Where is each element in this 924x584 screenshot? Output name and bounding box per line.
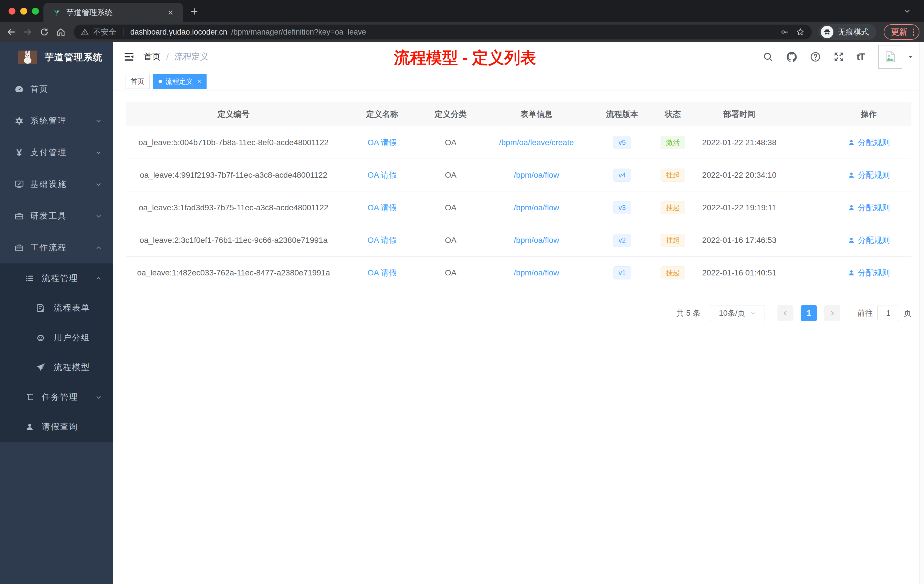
main-panel: 首页 / 流程定义 流程模型 - 定义列表 tT [113, 42, 924, 584]
warning-triangle-icon[interactable] [81, 28, 89, 36]
new-tab-button[interactable] [189, 6, 200, 16]
window-minimize-button[interactable] [20, 8, 27, 15]
tag-process-definition[interactable]: 流程定义 × [153, 74, 206, 89]
prev-page-button[interactable] [777, 305, 794, 321]
form-link[interactable]: /bpm/oa/flow [514, 236, 559, 245]
table-row: oa_leave:1:482ec033-762a-11ec-8477-a2380… [126, 257, 911, 289]
address-bar[interactable]: 不安全 dashboard.yudao.iocoder.cn /bpm/mana… [74, 25, 812, 40]
brand-header[interactable]: 芋道管理系统 [0, 42, 113, 73]
sidebar-item-system[interactable]: 系统管理 [0, 105, 113, 137]
definition-name-link[interactable]: OA 请假 [368, 202, 397, 213]
tab-search-chevron-icon[interactable] [903, 7, 911, 15]
password-key-icon[interactable] [780, 27, 789, 36]
goto-page-input[interactable] [878, 305, 899, 321]
breadcrumb-separator: / [166, 52, 168, 62]
column-header: 定义分类 [423, 109, 478, 120]
tag-home[interactable]: 首页 [125, 74, 150, 89]
avatar[interactable] [878, 45, 902, 69]
current-page-button[interactable]: 1 [801, 305, 817, 321]
tag-label: 流程定义 [165, 77, 193, 86]
tree-icon [24, 392, 35, 402]
next-page-button[interactable] [824, 305, 840, 321]
sidebar-item-user-group[interactable]: 用户分组 [0, 323, 113, 353]
tab-close-icon[interactable] [166, 8, 175, 17]
user-icon [848, 269, 855, 277]
form-icon [35, 303, 46, 313]
browser-tab[interactable]: 芋道管理系统 [43, 3, 183, 22]
assign-rule-button[interactable]: 分配规则 [848, 267, 890, 278]
sidebar-item-label: 用户分组 [54, 332, 102, 343]
kebab-menu-icon[interactable] [913, 28, 914, 36]
bookmark-star-icon[interactable] [796, 27, 805, 36]
form-link[interactable]: /bpm/oa/flow [514, 203, 559, 212]
assign-rule-button[interactable]: 分配规则 [848, 235, 890, 246]
sidebar-item-infrastructure[interactable]: 基础设施 [0, 168, 113, 200]
active-dot-icon [158, 80, 162, 83]
window-zoom-button[interactable] [32, 8, 39, 15]
back-icon[interactable] [5, 25, 18, 39]
user-icon [848, 237, 855, 244]
sidebar-toggle-hamburger-icon[interactable] [124, 51, 135, 63]
page-scrollbar[interactable] [919, 42, 924, 584]
sidebar-item-leave-query[interactable]: 请假查询 [0, 412, 113, 442]
browser-menu-button[interactable]: 更新 [884, 24, 919, 40]
user-menu[interactable] [878, 45, 914, 69]
sidebar-item-dev-tools[interactable]: 研发工具 [0, 200, 113, 232]
tags-view-bar: 首页 流程定义 × [113, 72, 924, 91]
sidebar-item-process-model[interactable]: 流程模型 [0, 353, 113, 382]
tag-close-icon[interactable]: × [198, 78, 201, 85]
pagination-total: 共 5 条 [676, 308, 700, 318]
sidebar-item-label: 系统管理 [30, 115, 89, 127]
security-label[interactable]: 不安全 [93, 27, 116, 37]
home-icon[interactable] [54, 25, 68, 39]
definition-name-link[interactable]: OA 请假 [368, 137, 397, 148]
font-size-icon[interactable]: tT [856, 51, 865, 62]
reload-icon[interactable] [38, 25, 51, 39]
assign-rule-button[interactable]: 分配规则 [848, 137, 890, 148]
sidebar-item-home[interactable]: 首页 [0, 73, 113, 105]
favicon-plant-icon [53, 8, 61, 17]
app-header: 首页 / 流程定义 流程模型 - 定义列表 tT [113, 42, 924, 72]
definition-name-link[interactable]: OA 请假 [368, 170, 397, 181]
breadcrumb-home[interactable]: 首页 [144, 51, 160, 63]
column-header: 部署时间 [696, 109, 783, 120]
definition-category: OA [423, 203, 478, 212]
table-row: oa_leave:2:3c1f0ef1-76b1-11ec-9c66-a2380… [126, 224, 911, 257]
deploy-time: 2022-01-16 01:40:51 [696, 268, 783, 277]
sidebar-item-workflow[interactable]: 工作流程 [0, 232, 113, 264]
form-link[interactable]: /bpm/oa/leave/create [499, 138, 574, 147]
breadcrumb-current: 流程定义 [174, 51, 209, 63]
definition-id: oa_leave:2:3c1f0ef1-76b1-11ec-9c66-a2380… [126, 236, 342, 245]
window-close-button[interactable] [8, 8, 15, 15]
sidebar-item-label: 流程管理 [42, 272, 89, 284]
sidebar-item-label: 请假查询 [42, 421, 102, 432]
sidebar-item-task-management[interactable]: 任务管理 [0, 382, 113, 412]
assign-rule-button[interactable]: 分配规则 [848, 170, 890, 181]
chevron-down-icon [95, 181, 102, 188]
user-group-icon [35, 333, 46, 343]
definition-category: OA [423, 236, 478, 245]
pagination: 共 5 条 10条/页 1 前往 页 [126, 305, 911, 321]
version-badge: v2 [613, 234, 631, 247]
update-label[interactable]: 更新 [891, 26, 907, 38]
definition-name-link[interactable]: OA 请假 [368, 267, 397, 278]
sidebar-item-label: 任务管理 [42, 391, 89, 403]
sidebar-item-payment[interactable]: ¥ 支付管理 [0, 137, 113, 168]
assign-rule-button[interactable]: 分配规则 [848, 202, 890, 213]
search-icon[interactable] [762, 51, 774, 63]
definition-table: 定义编号 定义名称 定义分类 表单信息 流程版本 状态 部署时间 操作 oa_l… [126, 102, 911, 289]
caret-down-icon[interactable] [908, 54, 914, 60]
help-icon[interactable] [810, 51, 821, 63]
sidebar-item-process-form[interactable]: 流程表单 [0, 293, 113, 323]
fullscreen-icon[interactable] [833, 51, 845, 63]
forward-icon[interactable] [21, 25, 34, 39]
github-icon[interactable] [786, 51, 798, 63]
page-size-select[interactable]: 10条/页 [710, 305, 765, 321]
definition-name-link[interactable]: OA 请假 [368, 235, 397, 246]
deploy-time: 2022-01-22 21:48:38 [696, 138, 783, 147]
column-header: 操作 [826, 102, 911, 126]
sidebar-item-process-management[interactable]: 流程管理 [0, 264, 113, 293]
sidebar: 芋道管理系统 首页 系统管理 ¥ 支付管理 [0, 42, 113, 584]
form-link[interactable]: /bpm/oa/flow [514, 268, 559, 277]
form-link[interactable]: /bpm/oa/flow [514, 171, 559, 180]
